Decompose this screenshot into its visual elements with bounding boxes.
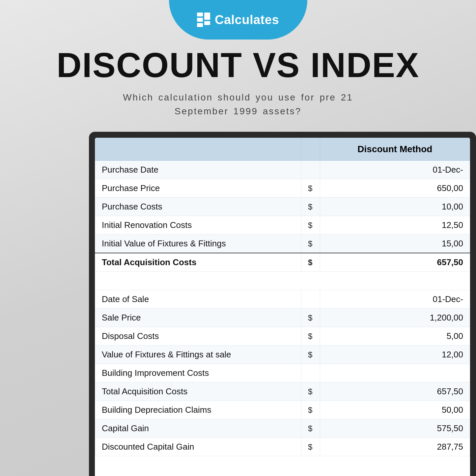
row-currency-cell: $ [301, 419, 320, 438]
row-label-cell: Capital Gain [95, 419, 301, 438]
table-row: Purchase Price$650,00 [95, 179, 470, 198]
row-label-cell: Building Depreciation Claims [95, 401, 301, 419]
row-value-cell [320, 364, 470, 382]
subtitle: Which calculation should you use for pre… [0, 91, 476, 118]
table-row: Value of Fixtures & Fittings at sale$12,… [95, 346, 470, 364]
logo-text: Calculates [215, 13, 279, 27]
logo-pill: Calculates [169, 0, 307, 40]
table-row: Date of Sale01-Dec- [95, 290, 470, 309]
row-value-cell: 12,00 [320, 346, 470, 364]
row-value-cell: 657,50 [320, 382, 470, 401]
row-label-cell: Total Acquisition Costs [95, 382, 301, 401]
table-row: Sale Price$1,200,00 [95, 309, 470, 327]
row-value-cell: 650,00 [320, 179, 470, 198]
row-currency-cell: $ [301, 253, 320, 272]
table-row: Initial Renovation Costs$12,50 [95, 216, 470, 235]
table-row: Initial Value of Fixtures & Fittings$15,… [95, 235, 470, 253]
table-row: Building Improvement Costs [95, 364, 470, 382]
table-row: Building Depreciation Claims$50,00 [95, 401, 470, 419]
row-label-cell: Building Improvement Costs [95, 364, 301, 382]
row-value-cell: 1,200,00 [320, 309, 470, 327]
row-value-cell: 657,50 [320, 253, 470, 272]
page-title: DISCOUNT VS INDEX [0, 48, 476, 82]
row-currency-cell: $ [301, 198, 320, 216]
row-currency-cell: $ [301, 327, 320, 346]
row-label-cell: Purchase Date [95, 161, 301, 179]
row-currency-cell: $ [301, 179, 320, 198]
row-currency-cell: $ [301, 235, 320, 253]
row-value-cell: 5,00 [320, 327, 470, 346]
row-value-cell: 10,00 [320, 198, 470, 216]
col-value-header: Discount Method [320, 138, 470, 161]
row-label-cell: Total Acquisition Costs [95, 253, 301, 272]
row-currency-cell: $ [301, 438, 320, 456]
laptop-frame: Discount Method Purchase Date01-Dec-Purc… [89, 132, 476, 476]
row-label-cell: Initial Renovation Costs [95, 216, 301, 235]
table-row: Disposal Costs$5,00 [95, 327, 470, 346]
row-value-cell: 01-Dec- [320, 161, 470, 179]
row-label-cell: Purchase Price [95, 179, 301, 198]
spreadsheet-screen: Discount Method Purchase Date01-Dec-Purc… [95, 138, 470, 476]
table-row: Total Acquisition Costs$657,50 [95, 382, 470, 401]
row-currency-cell [301, 364, 320, 382]
row-currency-cell: $ [301, 346, 320, 364]
table-row [95, 272, 470, 290]
col-currency-header [301, 138, 320, 161]
row-label-cell: Purchase Costs [95, 198, 301, 216]
logo-icon [197, 13, 210, 27]
table-row: Capital Gain$575,50 [95, 419, 470, 438]
row-label-cell: Disposal Costs [95, 327, 301, 346]
spreadsheet-table: Discount Method Purchase Date01-Dec-Purc… [95, 138, 470, 456]
row-value-cell: 575,50 [320, 419, 470, 438]
table-row: Purchase Costs$10,00 [95, 198, 470, 216]
row-currency-cell: $ [301, 216, 320, 235]
row-currency-cell: $ [301, 401, 320, 419]
row-label-cell: Initial Value of Fixtures & Fittings [95, 235, 301, 253]
row-value-cell: 15,00 [320, 235, 470, 253]
row-label-cell: Discounted Capital Gain [95, 438, 301, 456]
table-row: Discounted Capital Gain$287,75 [95, 438, 470, 456]
table-row: Purchase Date01-Dec- [95, 161, 470, 179]
row-value-cell: 50,00 [320, 401, 470, 419]
row-currency-cell: $ [301, 382, 320, 401]
row-value-cell: 12,50 [320, 216, 470, 235]
row-currency-cell [301, 290, 320, 309]
col-label-header [95, 138, 301, 161]
row-value-cell: 01-Dec- [320, 290, 470, 309]
row-label-cell: Value of Fixtures & Fittings at sale [95, 346, 301, 364]
row-label-cell: Sale Price [95, 309, 301, 327]
row-value-cell: 287,75 [320, 438, 470, 456]
row-currency-cell [301, 161, 320, 179]
row-currency-cell: $ [301, 309, 320, 327]
row-label-cell: Date of Sale [95, 290, 301, 309]
table-row: Total Acquisition Costs$657,50 [95, 253, 470, 272]
